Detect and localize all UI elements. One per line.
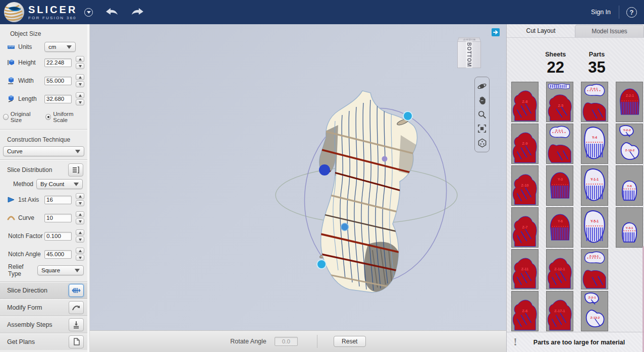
spin-down-button[interactable] [76,200,84,206]
tab-model-issues[interactable]: Model Issues [575,25,644,37]
sheet-thumbnail[interactable]: Z-9 [511,124,539,164]
ring-handle-center[interactable] [341,223,349,231]
slice-distribution-title: Slice Distribution [7,166,68,173]
sheet-thumbnail[interactable]: Z-6 [511,291,539,331]
assembly-steps-button[interactable] [69,318,84,331]
ring-handle-left[interactable] [319,164,330,175]
zoom-tool[interactable] [476,109,488,120]
sheet-thumbnail[interactable]: Y-1-1 [581,165,608,206]
pan-tool[interactable] [476,95,488,106]
svg-text:Y-2-2: Y-2-2 [623,128,631,132]
assembly-steps-icon [72,321,80,329]
collapse-panel-button[interactable] [492,28,500,36]
warning-text: Parts are too large for material [524,339,644,346]
slice-direction-icon [72,287,81,294]
orbit-tool[interactable] [476,81,488,92]
sheet-thumbnail[interactable]: Z-7 [511,207,539,248]
app-menu-dropdown[interactable] [84,8,93,17]
relief-type-dropdown[interactable]: Square [37,265,84,275]
magnifier-icon [477,110,487,119]
length-spinner [76,92,84,105]
height-row: Height [0,53,87,72]
rotate-bar: Rotate Angle Reset [90,330,506,352]
sheet-thumbnail[interactable]: Y-4 [581,124,608,164]
sheet-thumbnail[interactable]: Y-5-1 [581,207,608,248]
view-cube[interactable]: RIGHT BOTTOM [457,35,481,68]
notch-factor-spinner [76,229,84,243]
spin-up-button[interactable] [76,211,84,217]
spin-up-button[interactable] [76,74,84,80]
spin-down-button[interactable] [76,237,84,243]
sheet-thumbnail[interactable]: Y-3-1 [616,207,643,248]
modify-form-button[interactable] [69,301,84,314]
slice-distribution-options-button[interactable] [68,163,83,177]
construction-technique-title: Construction Technique [0,130,87,146]
section-slice-direction[interactable]: Slice Direction [0,281,87,299]
sheet-thumbnail[interactable]: Y-8 [616,165,643,206]
notch-angle-input[interactable] [44,250,72,259]
original-size-radio[interactable] [3,114,9,120]
tab-cut-layout[interactable]: Cut Layout [507,24,575,37]
redo-button[interactable] [130,7,145,17]
height-label: Height [16,59,44,66]
spin-down-button[interactable] [76,255,84,261]
cube-length-icon [6,95,16,103]
spin-up-button[interactable] [76,229,84,236]
sheet-thumbnail[interactable]: Z-8 [511,82,539,122]
spin-down-button[interactable] [76,81,84,87]
sheet-thumbnail[interactable]: Z-17-1 [546,291,573,331]
rotate-angle-input[interactable] [275,337,298,346]
spin-down-button[interactable] [76,63,84,69]
svg-text:Z-13-1: Z-13-1 [589,254,599,258]
section-modify-form[interactable]: Modify Form [0,299,87,316]
view-cube-front-face[interactable]: BOTTOM [457,42,481,68]
notch-factor-input[interactable] [44,232,72,241]
sheet-thumbnail[interactable]: Y-6 [546,207,573,248]
svg-text:Z-17-1: Z-17-1 [554,309,565,313]
spin-up-button[interactable] [76,193,84,199]
axis-handle-top[interactable] [403,111,412,121]
length-input[interactable] [44,95,72,103]
help-icon[interactable]: ? [626,7,637,18]
method-value: By Count [40,181,74,187]
fit-view-tool[interactable] [476,123,488,134]
sheet-thumbnail[interactable]: Z-12-1 [546,249,573,289]
view-settings-tool[interactable] [476,137,488,148]
sheet-thumbnail[interactable]: Z-4-1 [581,82,608,122]
undo-button[interactable] [104,7,119,17]
sheet-thumbnail[interactable]: Z-5 [546,82,573,122]
sign-in-button[interactable]: Sign In [591,9,611,16]
uniform-scale-radio[interactable] [45,114,51,120]
method-dropdown[interactable]: By Count [36,179,83,189]
section-assembly-steps[interactable]: Assembly Steps [0,316,87,333]
sheet-thumbnail[interactable]: Z-2-1 Z-13-2 [581,291,608,331]
spin-up-button[interactable] [76,248,84,254]
slice-direction-button[interactable] [69,284,84,297]
chest-handle[interactable] [382,156,388,162]
first-axis-input[interactable] [44,196,72,204]
sheet-thumbnail[interactable]: Z-10 [511,165,539,206]
spin-up-button[interactable] [76,92,84,98]
section-get-plans[interactable]: Get Plans [0,333,87,350]
sheet-thumbnail[interactable]: Z-1-1 [546,124,573,164]
width-input[interactable] [44,77,72,85]
sheet-thumbnail[interactable]: Z-11 [511,249,539,289]
reset-button[interactable]: Reset [334,336,366,347]
3d-viewport[interactable]: RIGHT BOTTOM [90,24,506,330]
sheet-thumbnail[interactable]: Y-2-2 Z-16-2 [616,124,643,164]
sheet-thumbnail[interactable]: Z-13-1 [581,249,608,289]
curve-input[interactable] [44,214,72,222]
construction-technique-dropdown[interactable]: Curve [3,146,84,156]
units-label: Units [16,43,44,50]
get-plans-button[interactable] [69,335,84,348]
svg-text:Z-6: Z-6 [522,309,528,313]
chevron-down-icon [74,183,79,186]
spin-down-button[interactable] [76,99,84,105]
sheet-thumbnail[interactable]: Z-2-1 [616,82,643,122]
spin-down-button[interactable] [76,218,84,224]
units-dropdown[interactable]: cm [44,42,76,52]
sheet-thumbnail[interactable]: Y-3 [546,165,573,206]
spin-up-button[interactable] [76,56,84,62]
axis-handle-bottom[interactable] [317,260,326,269]
height-input[interactable] [44,58,72,67]
